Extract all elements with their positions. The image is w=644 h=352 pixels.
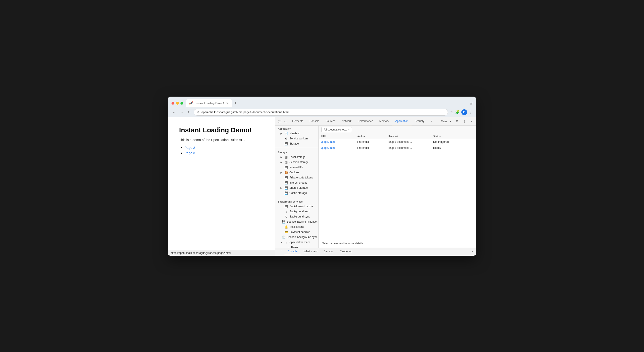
- tab-application[interactable]: Application: [392, 117, 412, 125]
- reload-button[interactable]: ↻: [187, 109, 191, 115]
- filter-dropdown[interactable]: All speculative loa... ▾: [321, 127, 352, 132]
- col-url: URL: [321, 135, 357, 138]
- sidebar-item-private-state[interactable]: 💾 Private state tokens: [275, 175, 318, 180]
- tab-sources[interactable]: Sources: [322, 117, 338, 125]
- tab-memory[interactable]: Memory: [376, 117, 392, 125]
- list-item: Page 2: [184, 146, 264, 150]
- devtools-main-panel: All speculative loa... ▾ URL Action Rule…: [319, 126, 476, 248]
- new-tab-button[interactable]: +: [233, 100, 239, 106]
- divider2: [275, 197, 318, 197]
- sidebar-item-local-storage[interactable]: ▶ ▦ Local storage: [275, 155, 318, 160]
- tab-elements[interactable]: Elements: [289, 117, 306, 125]
- bgf-label: Background fetch: [290, 210, 310, 213]
- more-options-button[interactable]: ⋮: [462, 119, 467, 124]
- sidebar-item-interest-groups[interactable]: 💾 Interest groups: [275, 180, 318, 185]
- sidebar-item-cache-storage[interactable]: 💾 Cache storage: [275, 191, 318, 196]
- sidebar-item-bounce-tracking[interactable]: 💾 Bounce tracking mitigation: [275, 219, 318, 224]
- sidebar-item-rules[interactable]: ↕ Rules: [275, 245, 318, 248]
- browser-menu-button[interactable]: ⋮: [469, 110, 472, 114]
- ph-label: Payment handler: [290, 230, 310, 234]
- row1-ruleset: page1-document-...: [388, 140, 433, 143]
- sidebar-item-bg-sync[interactable]: ↻ Background sync: [275, 214, 318, 219]
- pst-label: Private state tokens: [290, 176, 313, 179]
- col-status: Status: [433, 135, 474, 138]
- tab-performance[interactable]: Performance: [354, 117, 376, 125]
- sidebar-item-notifications[interactable]: 🔔 Notifications: [275, 224, 318, 230]
- tab-close-button[interactable]: ×: [226, 101, 229, 105]
- row1-status: Not triggered: [433, 140, 474, 143]
- minimize-traffic-light[interactable]: [176, 102, 179, 105]
- cookies-toggle: ▶: [280, 171, 283, 174]
- traffic-lights: [172, 102, 183, 105]
- close-traffic-light[interactable]: [172, 102, 174, 105]
- rules-label: Rules: [291, 246, 298, 248]
- sidebar-item-service-workers[interactable]: ⚙ Service workers: [275, 136, 318, 141]
- ss-toggle: ▶: [280, 161, 283, 163]
- sidebar-item-session-storage[interactable]: ▶ ▦ Session storage: [275, 160, 318, 165]
- bottom-tab-whats-new[interactable]: What's new: [300, 248, 321, 255]
- devtools-inspect-icon[interactable]: ⬚: [277, 117, 283, 125]
- shst-toggle: ▶: [280, 187, 283, 189]
- sidebar-item-storage-app[interactable]: 💾 Storage: [275, 141, 318, 146]
- bookmark-button[interactable]: ☆: [450, 110, 453, 114]
- sidebar-item-payment-handler[interactable]: 💳 Payment handler: [275, 230, 318, 235]
- back-button[interactable]: ←: [172, 109, 177, 115]
- ls-toggle: ▶: [280, 156, 283, 158]
- sidebar-item-indexeddb[interactable]: 💾 IndexedDB: [275, 165, 318, 170]
- row2-action: Prerender: [357, 146, 388, 149]
- page2-link[interactable]: Page 2: [184, 146, 195, 149]
- sidebar-item-periodic-bg-sync[interactable]: 🕐 Periodic background sync: [275, 235, 318, 240]
- page3-link[interactable]: Page 3: [184, 151, 195, 155]
- sidebar-item-manifest[interactable]: ▶ 📄 Manifest: [275, 131, 318, 136]
- bottom-tab-rendering[interactable]: Rendering: [337, 248, 355, 255]
- settings-button[interactable]: ⚙: [454, 119, 460, 124]
- notif-icon: 🔔: [284, 225, 288, 229]
- sl-label: Speculative loads: [290, 241, 310, 244]
- minimize-button[interactable]: ⊟: [470, 101, 472, 105]
- storage-section-header: Storage: [275, 149, 318, 155]
- bgs-label: Background sync: [290, 215, 310, 218]
- context-arrow[interactable]: ▾: [448, 119, 453, 124]
- bottom-menu-button[interactable]: ⋮: [278, 248, 284, 255]
- bt-label: Bounce tracking mitigation: [287, 220, 318, 223]
- idb-label: IndexedDB: [290, 166, 302, 169]
- bgs-icon: ↻: [284, 215, 288, 218]
- account-button[interactable]: B: [461, 109, 467, 115]
- webpage-content: Instant Loading Demo! This is a demo of …: [168, 117, 275, 256]
- tab-favicon: 🚀: [189, 101, 193, 105]
- bottom-close-button[interactable]: ×: [472, 250, 474, 254]
- tab-console[interactable]: Console: [306, 117, 322, 125]
- tab-more[interactable]: »: [428, 117, 435, 125]
- cs-icon: 💾: [284, 191, 288, 195]
- pst-icon: 💾: [284, 176, 288, 179]
- pbgs-label: Periodic background sync: [287, 236, 317, 239]
- main-area: Instant Loading Demo! This is a demo of …: [168, 117, 476, 256]
- status-bar: https://open-chalk-asparagus.glitch.me/p…: [168, 250, 275, 256]
- row2-ruleset: page1-document-...: [388, 146, 433, 149]
- context-label: Main: [441, 120, 446, 123]
- bottom-bar-tabs: Console What's new Sensors Rendering: [284, 248, 472, 255]
- tab-network[interactable]: Network: [338, 117, 354, 125]
- bottom-tab-console[interactable]: Console: [284, 248, 300, 255]
- sidebar-item-speculative-loads[interactable]: ▼ ↕ Speculative loads: [275, 240, 318, 245]
- maximize-traffic-light[interactable]: [180, 102, 183, 105]
- panel-footer: Select an element for more details: [319, 239, 476, 248]
- ss-icon: ▦: [284, 161, 288, 164]
- address-input[interactable]: ⊙ open-chalk-asparagus.glitch.me/page1-d…: [194, 109, 448, 116]
- ls-icon: ▦: [284, 155, 288, 159]
- tab-security[interactable]: Security: [412, 117, 428, 125]
- table-row[interactable]: /page2.html Prerender page1-document-...…: [319, 145, 476, 151]
- sidebar-item-cookies[interactable]: ▶ 🍪 Cookies: [275, 170, 318, 175]
- devtools-device-icon[interactable]: ▭: [283, 117, 289, 125]
- forward-button[interactable]: →: [179, 109, 184, 115]
- sidebar-item-shared-storage[interactable]: ▶ 💾 Shared storage: [275, 185, 318, 191]
- active-tab[interactable]: 🚀 Instant Loading Demo! ×: [186, 99, 232, 107]
- ig-label: Interest groups: [290, 181, 307, 184]
- bottom-tab-sensors[interactable]: Sensors: [321, 248, 337, 255]
- storage-app-label: Storage: [290, 142, 299, 145]
- sidebar-item-bf-cache[interactable]: 💾 Back/forward cache: [275, 204, 318, 209]
- extension-button[interactable]: 🧩: [455, 110, 460, 114]
- close-devtools-button[interactable]: ×: [469, 119, 474, 124]
- sidebar-item-bg-fetch[interactable]: ↕ Background fetch: [275, 209, 318, 214]
- table-row[interactable]: /page3.html Prerender page1-document-...…: [319, 139, 476, 145]
